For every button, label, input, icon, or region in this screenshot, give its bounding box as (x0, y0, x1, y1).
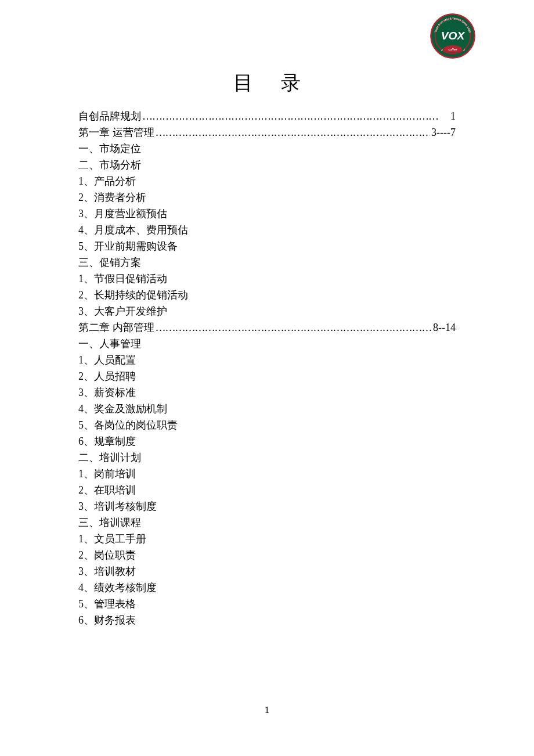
toc-item: 3、培训考核制度 (78, 498, 456, 514)
page-title: 目录 (78, 70, 456, 96)
toc-item: 二、培训计划 (78, 449, 456, 466)
toc-item: 1、产品分析 (78, 173, 456, 189)
toc-entry-page: 8--14 (433, 319, 456, 336)
toc-item: 2、消费者分析 (78, 189, 456, 206)
toc-item: 2、人员招聘 (78, 368, 456, 384)
toc-dots: ……………………………………………………………………………… (142, 108, 449, 124)
toc-item: 3、大客户开发维护 (78, 303, 456, 319)
toc-entry: 第一章 运营管理………………………………………………………………………………3-… (78, 124, 456, 141)
svg-text:VOX: VOX (441, 30, 466, 42)
toc-item: 一、人事管理 (78, 336, 456, 352)
toc-entry-page: 3----7 (431, 124, 456, 141)
toc-item: 4、绩效考核制度 (78, 579, 456, 596)
toc-item: 三、培训课程 (78, 514, 456, 531)
toc-item: 6、规章制度 (78, 433, 456, 449)
page-number: 1 (0, 705, 534, 715)
toc-item: 三、促销方案 (78, 254, 456, 271)
toc-item: 5、各岗位的岗位职责 (78, 417, 456, 433)
toc-item: 2、岗位职责 (78, 547, 456, 563)
svg-text:♪: ♪ (441, 47, 443, 52)
toc-body: 自创品牌规划………………………………………………………………………………1第一章… (78, 108, 456, 628)
toc-dots: ……………………………………………………………………………… (156, 319, 432, 336)
toc-dots: ……………………………………………………………………………… (156, 124, 431, 141)
toc-item: 1、人员配置 (78, 352, 456, 368)
toc-item: 1、文员工手册 (78, 531, 456, 547)
toc-item: 1、节假日促销活动 (78, 271, 456, 287)
toc-entry-label: 第二章 内部管理 (78, 319, 154, 336)
toc-item: 二、市场分析 (78, 157, 456, 173)
toc-item: 5、开业前期需购设备 (78, 238, 456, 254)
toc-entry: 自创品牌规划………………………………………………………………………………1 (78, 108, 456, 124)
toc-item: 4、月度成本、费用预估 (78, 222, 456, 238)
toc-item: 3、月度营业额预估 (78, 206, 456, 222)
toc-entry-label: 自创品牌规划 (78, 108, 141, 124)
toc-item: 一、市场定位 (78, 141, 456, 157)
svg-text:♪: ♪ (463, 47, 466, 52)
toc-entry: 第二章 内部管理………………………………………………………………………………8-… (78, 319, 456, 336)
toc-item: 6、财务报表 (78, 612, 456, 628)
vox-logo: Taste from Italy & Taiwan Since 1999 VOX… (430, 13, 476, 59)
toc-item: 2、在职培训 (78, 482, 456, 498)
toc-item: 3、薪资标准 (78, 384, 456, 401)
toc-entry-page: 1 (450, 108, 456, 124)
toc-item: 5、管理表格 (78, 596, 456, 612)
toc-entry-label: 第一章 运营管理 (78, 124, 154, 141)
toc-item: 3、培训教材 (78, 563, 456, 579)
toc-item: 2、长期持续的促销活动 (78, 287, 456, 303)
toc-item: 4、奖金及激励机制 (78, 401, 456, 417)
svg-text:coffee: coffee (448, 48, 457, 51)
toc-content: 目录 自创品牌规划………………………………………………………………………………1… (78, 70, 456, 628)
toc-item: 1、岗前培训 (78, 466, 456, 482)
